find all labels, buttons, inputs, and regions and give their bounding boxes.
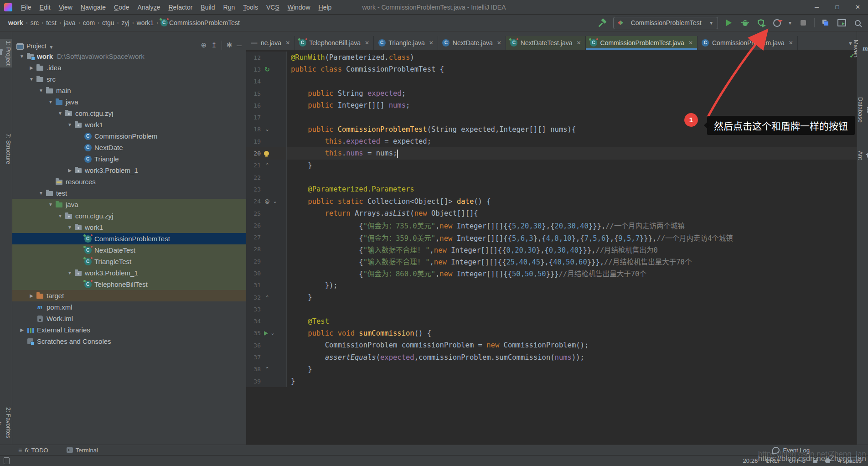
sidebar-item-maven[interactable]: m Maven	[857, 38, 868, 59]
profiler-dropdown-chevron-icon[interactable]: ▼	[788, 21, 792, 26]
status-item-20-26[interactable]: 20:26	[743, 457, 758, 464]
gutter[interactable]: 25	[246, 207, 287, 219]
tree-item-com-ctgu-zyj[interactable]: ▼com.ctgu.zyj	[12, 210, 246, 222]
build-button[interactable]	[597, 18, 607, 28]
breadcrumb-item[interactable]: src	[30, 19, 40, 26]
menu-item-vcs[interactable]: VCS	[262, 4, 284, 11]
run-button[interactable]	[724, 18, 734, 28]
tree-item-commissionproblem[interactable]: CCommissionProblem	[12, 130, 246, 142]
tree-chevron-open-icon[interactable]: ▼	[56, 111, 65, 116]
gutter[interactable]: 13↻	[246, 63, 287, 75]
tree-item-target[interactable]: ▶target	[12, 290, 246, 301]
gutter[interactable]: 29	[246, 255, 287, 267]
tree-item-work3-problem-1[interactable]: ▶work3.Problem_1	[12, 165, 246, 176]
tree-item-resources[interactable]: resources	[12, 176, 246, 187]
tree-chevron-open-icon[interactable]: ▼	[65, 270, 74, 275]
menu-item-build[interactable]: Build	[196, 4, 219, 11]
gutter[interactable]: 26	[246, 219, 287, 231]
sidebar-item-favorites[interactable]: 2: Favorites ★	[0, 405, 12, 440]
breadcrumb-item[interactable]: ctgu	[101, 19, 115, 26]
breadcrumb-item[interactable]: work1	[136, 19, 155, 26]
tree-chevron-open-icon[interactable]: ▼	[36, 88, 46, 93]
gutter[interactable]: 22	[246, 171, 287, 183]
status-toggle-icon[interactable]	[4, 457, 10, 464]
menu-item-tools[interactable]: Tools	[239, 4, 262, 11]
close-button[interactable]: ✕	[847, 0, 868, 14]
tree-item-work1[interactable]: ▼work1	[12, 119, 246, 130]
tree-item-work[interactable]: ▼workD:\Soft\java\workSpace\work	[12, 51, 246, 62]
menu-item-run[interactable]: Run	[219, 4, 239, 11]
gutter[interactable]: 39	[246, 375, 287, 387]
menu-item-edit[interactable]: Edit	[36, 4, 55, 11]
tree-item-work3-problem-1[interactable]: ▼work3.Problem_1	[12, 267, 246, 279]
menu-item-help[interactable]: Help	[315, 4, 336, 11]
menu-item-window[interactable]: Window	[284, 4, 315, 11]
fold-gutter-icon[interactable]: ⌄	[264, 126, 270, 133]
code-editor[interactable]: 12@RunWith(Parameterized.class)13↻public…	[246, 50, 857, 445]
run-configuration-select[interactable]: CommissionProblemTest ▼	[613, 17, 718, 29]
gutter[interactable]: 38⌃	[246, 363, 287, 375]
search-everywhere-button[interactable]	[852, 18, 863, 28]
menu-item-navigate[interactable]: Navigate	[77, 4, 110, 11]
breadcrumb-item[interactable]: zyj	[121, 19, 130, 26]
tab-nextdatetest-java[interactable]: CNextDateTest.java✕	[506, 36, 586, 50]
breadcrumb-item[interactable]: test	[45, 19, 57, 26]
tree-item-java[interactable]: ▼java	[12, 199, 246, 210]
menu-item-file[interactable]: File	[17, 4, 36, 11]
locate-file-icon[interactable]: ⊕	[201, 41, 207, 49]
foldend-gutter-icon[interactable]: ⌃	[264, 162, 270, 169]
breadcrumb-item-class[interactable]: CommissionProblemTest	[168, 19, 241, 26]
gutter[interactable]: 32⌃	[246, 291, 287, 303]
gutter[interactable]: 12	[246, 52, 287, 63]
tab-nextdate-java[interactable]: CNextDate.java✕	[438, 36, 506, 50]
sidebar-item-database[interactable]: Database	[857, 95, 868, 124]
tree-item-triangle[interactable]: CTriangle	[12, 153, 246, 165]
gutter[interactable]: 24@⌄	[246, 196, 287, 207]
debug-button[interactable]	[740, 18, 750, 28]
sidebar-item-project[interactable]: 1: Project	[0, 39, 12, 67]
gutter[interactable]: 19	[246, 135, 287, 147]
tree-chevron-closed-icon[interactable]: ▶	[17, 327, 26, 332]
gutter[interactable]: 15	[246, 88, 287, 99]
gutter[interactable]: 16	[246, 99, 287, 111]
gutter[interactable]: 37	[246, 351, 287, 363]
tree-chevron-closed-icon[interactable]: ▶	[27, 293, 36, 298]
tree-item-pom-xml[interactable]: mpom.xml	[12, 301, 246, 313]
stop-button[interactable]	[798, 18, 808, 28]
tab-ne-java[interactable]: —ne.java✕	[246, 36, 294, 50]
profiler-button[interactable]	[772, 18, 782, 28]
tree-item-work-iml[interactable]: Work.iml	[12, 313, 246, 324]
project-view-chevron-icon[interactable]: ▼	[49, 45, 54, 50]
tab-close-icon[interactable]: ✕	[285, 40, 290, 46]
fold-gutter-icon[interactable]: ⌄	[269, 330, 276, 337]
tree-item-external-libraries[interactable]: ▶External Libraries	[12, 324, 246, 336]
breadcrumb-item[interactable]: java	[63, 19, 77, 26]
tab-commissionproblem-java[interactable]: CCommissionProblem.java✕	[698, 36, 798, 50]
run-window-button[interactable]	[837, 18, 847, 28]
sidebar-item-structure[interactable]: 7: Structure	[0, 132, 12, 166]
gutter[interactable]: 27	[246, 231, 287, 243]
tree-chevron-open-icon[interactable]: ▼	[65, 122, 74, 127]
tab-close-icon[interactable]: ✕	[365, 40, 369, 46]
tree-item-nextdatetest[interactable]: CNextDateTest	[12, 244, 246, 256]
tree-item-work1[interactable]: ▼work1	[12, 222, 246, 233]
tree-chevron-open-icon[interactable]: ▼	[56, 213, 65, 218]
gutter[interactable]: 33	[246, 303, 287, 315]
tree-item-telephonebilltest[interactable]: CTelephoneBillTest	[12, 279, 246, 290]
gutter[interactable]: 35⌄	[246, 327, 287, 339]
foldend-gutter-icon[interactable]: ⌃	[264, 294, 270, 300]
inspections-ok-icon[interactable]: ✓	[849, 52, 855, 59]
sidebar-item-ant[interactable]: Ant	[857, 149, 868, 162]
tree-item-scratches-and-consoles[interactable]: Scratches and Consoles	[12, 336, 246, 347]
menu-item-view[interactable]: View	[55, 4, 77, 11]
menu-item-refactor[interactable]: Refactor	[164, 4, 196, 11]
gutter[interactable]: 21⌃	[246, 160, 287, 171]
hide-panel-icon[interactable]: ─	[237, 41, 242, 49]
bulb-gutter-icon[interactable]	[264, 151, 269, 156]
tree-chevron-closed-icon[interactable]: ▶	[27, 65, 36, 70]
todo-button[interactable]: ≡ 6: TODO	[18, 446, 48, 454]
tab-triangle-java[interactable]: CTriangle.java✕	[374, 36, 438, 50]
tab-close-icon[interactable]: ✕	[429, 40, 434, 46]
tree-item-test[interactable]: ▼test	[12, 187, 246, 199]
gutter[interactable]: 17	[246, 111, 287, 123]
